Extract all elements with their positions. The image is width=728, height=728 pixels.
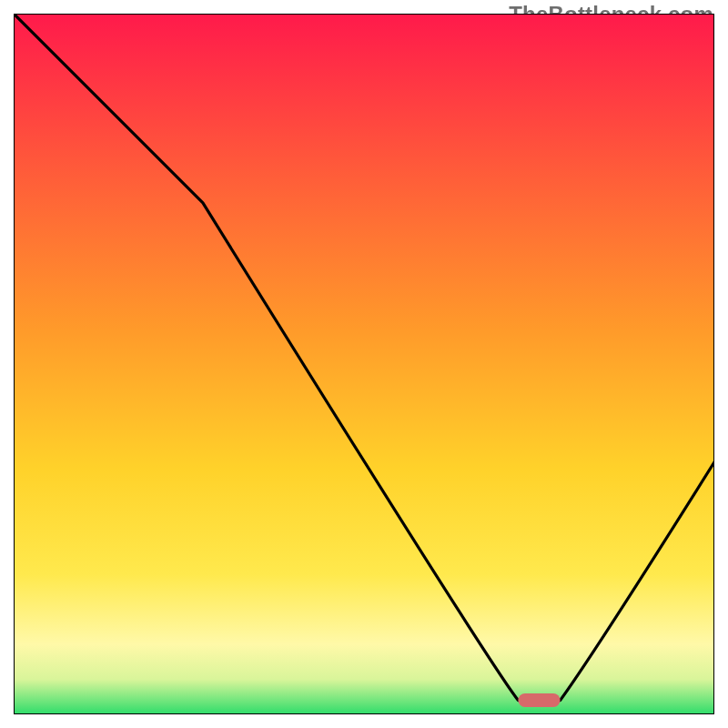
optimal-range-marker xyxy=(518,693,560,707)
chart-frame: TheBottleneck.com xyxy=(0,0,728,728)
plot-area xyxy=(14,14,714,714)
chart-svg xyxy=(14,14,714,714)
